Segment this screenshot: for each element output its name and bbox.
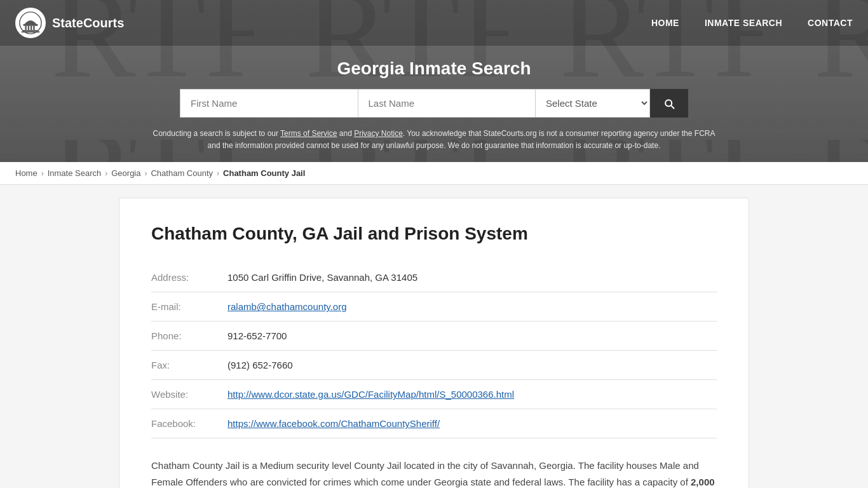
main-content: Chatham County, GA Jail and Prison Syste… bbox=[53, 185, 815, 488]
svg-rect-1 bbox=[24, 24, 38, 26]
nav-inmate-search[interactable]: INMATE SEARCH bbox=[705, 18, 782, 28]
disclaimer: Conducting a search is subject to our Te… bbox=[148, 128, 720, 152]
breadcrumb-county[interactable]: Chatham County bbox=[151, 168, 213, 178]
email-value: ralamb@chathamcounty.org bbox=[227, 292, 717, 322]
state-select[interactable]: Select State Alabama Alaska Arizona Arka… bbox=[536, 89, 650, 118]
courthouse-icon bbox=[18, 11, 43, 35]
breadcrumb-home[interactable]: Home bbox=[15, 168, 37, 178]
hero-section: Georgia Inmate Search Select State Alaba… bbox=[0, 46, 868, 162]
logo-icon bbox=[15, 8, 46, 38]
last-name-input[interactable] bbox=[358, 89, 536, 118]
svg-rect-7 bbox=[22, 31, 40, 32]
phone-label: Phone: bbox=[151, 322, 227, 351]
info-table: Address: 1050 Carl Griffin Drive, Savann… bbox=[151, 263, 717, 438]
header-overlay: StateCourts HOME INMATE SEARCH CONTACT G… bbox=[0, 0, 868, 162]
search-icon bbox=[663, 97, 675, 110]
fax-row: Fax: (912) 652-7660 bbox=[151, 351, 717, 380]
email-link[interactable]: ralamb@chathamcounty.org bbox=[227, 301, 347, 312]
breadcrumb-current: Chatham County Jail bbox=[223, 168, 305, 178]
breadcrumb-sep-2: › bbox=[105, 169, 107, 178]
terms-link[interactable]: Terms of Service bbox=[280, 129, 337, 138]
nav-bar: StateCourts HOME INMATE SEARCH CONTACT bbox=[0, 0, 868, 46]
svg-rect-4 bbox=[31, 26, 32, 30]
hero-title: Georgia Inmate Search bbox=[15, 58, 853, 79]
breadcrumb: Home › Inmate Search › Georgia › Chatham… bbox=[0, 162, 868, 185]
logo-link[interactable]: StateCourts bbox=[15, 8, 124, 38]
content-card: Chatham County, GA Jail and Prison Syste… bbox=[119, 198, 749, 488]
search-button[interactable] bbox=[650, 89, 688, 118]
facebook-label: Facebook: bbox=[151, 409, 227, 438]
address-row: Address: 1050 Carl Griffin Drive, Savann… bbox=[151, 263, 717, 292]
website-link[interactable]: http://www.dcor.state.ga.us/GDC/Facility… bbox=[227, 389, 514, 400]
fax-value: (912) 652-7660 bbox=[227, 351, 717, 380]
nav-links: HOME INMATE SEARCH CONTACT bbox=[651, 17, 853, 29]
header: StateCourts HOME INMATE SEARCH CONTACT G… bbox=[0, 0, 868, 162]
svg-rect-5 bbox=[33, 26, 34, 30]
breadcrumb-sep-3: › bbox=[144, 169, 147, 178]
svg-rect-6 bbox=[23, 30, 39, 31]
email-row: E-mail: ralamb@chathamcounty.org bbox=[151, 292, 717, 322]
svg-rect-2 bbox=[25, 26, 26, 30]
website-row: Website: http://www.dcor.state.ga.us/GDC… bbox=[151, 380, 717, 409]
fax-label: Fax: bbox=[151, 351, 227, 380]
privacy-link[interactable]: Privacy Notice bbox=[354, 129, 403, 138]
breadcrumb-state[interactable]: Georgia bbox=[111, 168, 140, 178]
search-bar: Select State Alabama Alaska Arizona Arka… bbox=[180, 89, 688, 118]
nav-home[interactable]: HOME bbox=[651, 18, 679, 28]
facility-capacity: 2,000 bbox=[691, 477, 715, 487]
facebook-value: https://www.facebook.com/ChathamCountySh… bbox=[227, 409, 717, 438]
website-value: http://www.dcor.state.ga.us/GDC/Facility… bbox=[227, 380, 717, 409]
address-value: 1050 Carl Griffin Drive, Savannah, GA 31… bbox=[227, 263, 717, 292]
facebook-link[interactable]: https://www.facebook.com/ChathamCountySh… bbox=[227, 418, 440, 429]
nav-contact[interactable]: CONTACT bbox=[808, 18, 853, 28]
facility-title: Chatham County, GA Jail and Prison Syste… bbox=[151, 224, 717, 244]
facebook-row: Facebook: https://www.facebook.com/Chath… bbox=[151, 409, 717, 438]
svg-rect-3 bbox=[28, 26, 29, 30]
address-label: Address: bbox=[151, 263, 227, 292]
facility-description: Chatham County Jail is a Medium security… bbox=[151, 458, 717, 488]
phone-value: 912-652-7700 bbox=[227, 322, 717, 351]
breadcrumb-sep-1: › bbox=[41, 169, 44, 178]
email-label: E-mail: bbox=[151, 292, 227, 322]
breadcrumb-inmate-search[interactable]: Inmate Search bbox=[48, 168, 102, 178]
first-name-input[interactable] bbox=[180, 89, 358, 118]
logo-text: StateCourts bbox=[52, 16, 124, 30]
breadcrumb-sep-4: › bbox=[217, 169, 219, 178]
website-label: Website: bbox=[151, 380, 227, 409]
phone-row: Phone: 912-652-7700 bbox=[151, 322, 717, 351]
